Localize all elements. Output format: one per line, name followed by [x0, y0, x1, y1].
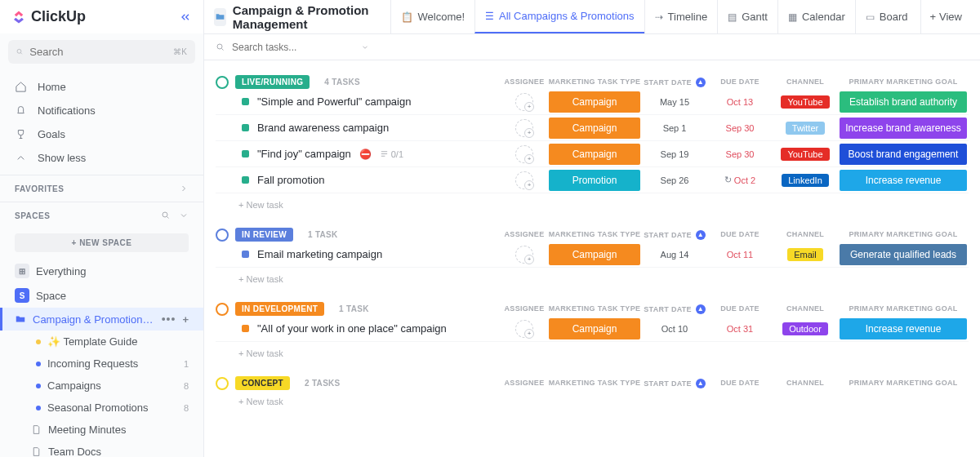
new-task-button[interactable]: + New task — [216, 268, 969, 284]
tab-gantt[interactable]: ▤ Gantt — [717, 0, 777, 33]
brand-logo[interactable]: ClickUp — [11, 8, 86, 25]
tree-list-item[interactable]: ✨ Template Guide — [31, 331, 203, 353]
new-task-button[interactable]: + New task — [216, 390, 969, 406]
breadcrumb[interactable]: Campaign & Promotion Management — [214, 3, 387, 31]
search-icon[interactable] — [161, 211, 171, 220]
more-icon[interactable]: ••• — [162, 313, 176, 326]
goal-pill[interactable]: Generate qualified leads — [840, 244, 967, 265]
nav-goals[interactable]: Goals — [0, 122, 203, 146]
due-date[interactable]: Oct 13 — [707, 97, 773, 107]
nav-home[interactable]: Home — [0, 75, 203, 99]
sort-asc-icon[interactable]: ▲ — [696, 304, 706, 314]
status-square-icon — [242, 325, 249, 332]
task-type-pill[interactable]: Campaign — [549, 244, 640, 265]
chevron-down-icon[interactable] — [361, 43, 369, 51]
channel-pill[interactable]: YouTube — [781, 95, 829, 109]
assignee-add[interactable] — [515, 320, 533, 338]
status-badge[interactable]: LIVE/RUNNING — [235, 75, 310, 89]
assignee-add[interactable] — [515, 171, 533, 189]
task-type-pill[interactable]: Campaign — [549, 318, 640, 339]
task-search[interactable] — [216, 42, 379, 53]
task-row[interactable]: "Find joy" campaign ⛔ 0/1 Campaign Sep 1… — [216, 141, 969, 167]
tree-list-item[interactable]: Incoming Requests 1 — [31, 353, 203, 375]
task-count: 1 TASK — [339, 304, 369, 313]
start-date[interactable]: Sep 19 — [642, 149, 707, 159]
status-badge[interactable]: CONCEPT — [235, 376, 290, 390]
assignee-add[interactable] — [515, 246, 533, 264]
due-date[interactable]: Sep 30 — [707, 123, 773, 133]
channel-pill[interactable]: Outdoor — [782, 322, 828, 335]
channel-pill[interactable]: Email — [787, 248, 823, 261]
tab-timeline[interactable]: ⇢ Timeline — [644, 0, 718, 33]
new-task-button[interactable]: + New task — [216, 342, 969, 358]
add-icon[interactable]: + — [182, 313, 189, 326]
goal-pill[interactable]: Increase brand awareness — [840, 118, 967, 139]
clickup-logo-icon — [11, 10, 26, 24]
goal-pill[interactable]: Boost brand engagement — [840, 144, 967, 165]
sort-asc-icon[interactable]: ▲ — [696, 379, 706, 388]
sidebar-search[interactable]: ⌘K — [8, 40, 195, 64]
sort-asc-icon[interactable]: ▲ — [696, 230, 706, 240]
sidebar-collapse-button[interactable] — [179, 11, 192, 24]
sort-asc-icon[interactable]: ▲ — [696, 78, 706, 87]
due-date[interactable]: ↻Oct 2 — [707, 175, 773, 185]
goal-pill[interactable]: Increase revenue — [840, 170, 967, 191]
task-type-pill[interactable]: Campaign — [549, 144, 640, 165]
due-date[interactable]: Oct 31 — [707, 324, 773, 334]
task-row[interactable]: "Simple and Powerful" campaign Campaign … — [216, 89, 969, 115]
list-dot-icon — [36, 406, 41, 410]
task-type-pill[interactable]: Promotion — [549, 170, 640, 191]
tree-list-item[interactable]: Campaigns 8 — [31, 375, 203, 397]
start-date[interactable]: May 15 — [642, 97, 707, 107]
status-ring-icon[interactable] — [216, 377, 229, 390]
task-type-pill[interactable]: Campaign — [549, 91, 640, 113]
goal-pill[interactable]: Increase revenue — [840, 318, 967, 339]
due-date[interactable]: Sep 30 — [707, 149, 773, 159]
new-space-button[interactable]: + NEW SPACE — [15, 233, 189, 252]
tab-all-campaigns-promotions[interactable]: ☰ All Campaigns & Promotions — [474, 0, 644, 33]
page-title: Campaign & Promotion Management — [233, 3, 377, 31]
task-row[interactable]: Brand awareness campaign Campaign Sep 1 … — [216, 115, 969, 141]
task-row[interactable]: Fall promotion Promotion Sep 26 ↻Oct 2 L… — [216, 167, 969, 193]
tree-doc-item[interactable]: Meeting Minutes — [0, 419, 203, 441]
status-ring-icon[interactable] — [216, 228, 229, 242]
task-row[interactable]: "All of your work in one place" campaign… — [216, 316, 969, 342]
sidebar-search-input[interactable] — [29, 46, 167, 58]
status-square-icon — [242, 176, 249, 184]
spaces-header[interactable]: SPACES — [0, 202, 203, 228]
assignee-add[interactable] — [515, 119, 533, 137]
goal-pill[interactable]: Establish brand authority — [840, 91, 967, 113]
assignee-add[interactable] — [515, 93, 533, 111]
tree-everything[interactable]: ⊞ Everything — [0, 259, 203, 283]
tree-list-item[interactable]: Seasonal Promotions 8 — [31, 397, 203, 419]
start-date[interactable]: Aug 14 — [642, 250, 707, 260]
status-ring-icon[interactable] — [216, 303, 229, 316]
status-badge[interactable]: IN DEVELOPMENT — [235, 302, 324, 316]
tab-calendar[interactable]: ▦ Calendar — [777, 0, 855, 33]
tab-icon: ☰ — [485, 11, 494, 22]
nav-notifications[interactable]: Notifications — [0, 99, 203, 122]
start-date[interactable]: Sep 26 — [642, 175, 707, 185]
add-view-button[interactable]: + View — [920, 0, 970, 33]
chevron-down-icon[interactable] — [179, 211, 189, 220]
channel-pill[interactable]: LinkedIn — [782, 174, 829, 187]
task-row[interactable]: Email marketing campaign Campaign Aug 14… — [216, 242, 969, 268]
channel-pill[interactable]: Twitter — [786, 122, 825, 135]
due-date[interactable]: Oct 11 — [707, 250, 773, 260]
status-badge[interactable]: IN REVIEW — [235, 228, 293, 242]
task-type-pill[interactable]: Campaign — [549, 118, 640, 139]
tree-folder-campaign[interactable]: Campaign & Promotion M... ••• + — [0, 308, 203, 331]
favorites-header[interactable]: FAVORITES — [0, 175, 203, 202]
new-task-button[interactable]: + New task — [216, 193, 969, 210]
assignee-add[interactable] — [515, 145, 533, 163]
nav-show-less[interactable]: Show less — [0, 146, 203, 170]
tab-welcome-[interactable]: 📋 Welcome! — [390, 0, 475, 33]
tab-board[interactable]: ▭ Board — [855, 0, 918, 33]
tree-space[interactable]: S Space — [0, 283, 203, 308]
task-search-input[interactable] — [232, 42, 354, 53]
status-ring-icon[interactable] — [216, 76, 229, 89]
start-date[interactable]: Oct 10 — [642, 324, 707, 334]
tree-doc-item[interactable]: Team Docs — [0, 441, 203, 457]
start-date[interactable]: Sep 1 — [642, 123, 707, 133]
channel-pill[interactable]: YouTube — [781, 148, 829, 161]
